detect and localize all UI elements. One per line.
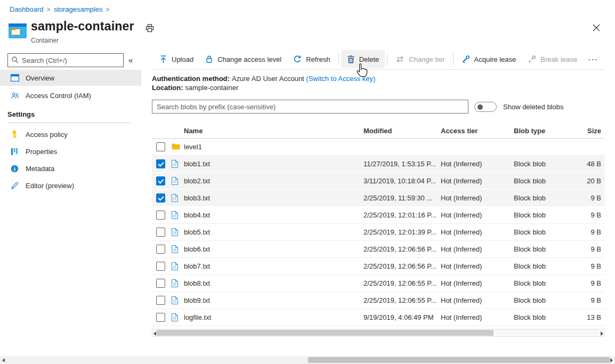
row-checkbox[interactable] — [156, 245, 165, 254]
sidebar-item-label: Access policy — [26, 131, 68, 139]
info-icon — [11, 165, 19, 173]
blob-name[interactable]: blob7.txt — [184, 262, 210, 270]
row-checkbox[interactable] — [156, 142, 165, 151]
settings-divider — [7, 123, 130, 123]
row-checkbox[interactable] — [156, 313, 165, 322]
table-row[interactable]: blob2.txt 3/11/2019, 10:18:04 P... Hot (… — [152, 173, 605, 190]
row-checkbox[interactable] — [156, 211, 165, 220]
table-row[interactable]: blob6.txt 2/25/2019, 12:06:56 P... Hot (… — [152, 241, 605, 258]
breadcrumb: Dashboard>storagesamples> — [10, 5, 112, 13]
more-commands-button[interactable]: ··· — [583, 55, 604, 63]
show-deleted-blobs-label: Show deleted blobs — [503, 103, 563, 111]
show-deleted-blobs-toggle[interactable] — [474, 102, 497, 112]
change-access-level-button[interactable]: Change access level — [199, 50, 287, 68]
trash-icon — [347, 55, 355, 63]
sidebar-item-label: Access Control (IAM) — [26, 92, 91, 100]
sidebar-item-access-policy[interactable]: Access policy — [0, 126, 141, 142]
blob-name[interactable]: blob1.txt — [184, 160, 210, 168]
row-checkbox[interactable] — [156, 176, 165, 185]
col-blob-type[interactable]: Blob type — [514, 127, 545, 135]
blob-prefix-search-input[interactable] — [152, 100, 468, 114]
key-icon — [11, 130, 19, 139]
col-size[interactable]: Size — [587, 127, 601, 135]
blob-name[interactable]: blob5.txt — [184, 228, 210, 236]
table-row[interactable]: blob1.txt 11/27/2019, 1:53:15 P... Hot (… — [152, 156, 605, 173]
pin-icon[interactable] — [145, 23, 155, 33]
scroll-left-arrow[interactable] — [153, 331, 156, 336]
file-icon — [172, 177, 178, 185]
sidebar-search[interactable] — [7, 53, 124, 67]
scroll-left-arrow[interactable] — [2, 358, 5, 362]
blob-name[interactable]: blob4.txt — [184, 211, 210, 219]
change-tier-button[interactable]: Change tier — [390, 50, 450, 68]
file-icon — [172, 313, 178, 321]
row-checkbox[interactable] — [156, 296, 165, 305]
page-title: sample-container — [31, 19, 134, 34]
scroll-right-arrow[interactable] — [601, 331, 603, 336]
blob-name[interactable]: blob9.txt — [184, 296, 210, 304]
col-name[interactable]: Name — [184, 127, 203, 135]
break-lease-button[interactable]: Break lease — [522, 50, 583, 68]
toolbar-separator — [453, 53, 454, 65]
people-icon — [11, 92, 19, 100]
table-horizontal-scrollbar[interactable] — [152, 329, 605, 337]
table-row[interactable]: logfile.txt 9/19/2019, 4:06:49 PM Hot (I… — [152, 309, 605, 326]
container-icon — [9, 23, 27, 38]
sidebar-item-editor[interactable]: Editor (preview) — [0, 177, 141, 193]
sidebar-item-metadata[interactable]: Metadata — [0, 160, 141, 176]
sidebar-item-properties[interactable]: Properties — [0, 143, 141, 159]
table-row[interactable]: blob9.txt 2/25/2019, 12:06:55 P... Hot (… — [152, 292, 605, 309]
delete-button[interactable]: Delete — [341, 50, 385, 68]
settings-group-header: Settings — [7, 110, 35, 118]
blob-name[interactable]: blob2.txt — [184, 177, 210, 185]
breadcrumb-storagesamples[interactable]: storagesamples — [54, 5, 103, 13]
scrollbar-thumb[interactable] — [157, 330, 493, 336]
sidebar-item-label: Editor (preview) — [26, 182, 74, 190]
sidebar-item-label: Properties — [26, 148, 57, 156]
file-icon — [172, 160, 178, 168]
refresh-button[interactable]: Refresh — [287, 50, 336, 68]
close-icon[interactable] — [592, 23, 601, 33]
sidebar-item-overview[interactable]: Overview — [0, 70, 141, 86]
location-line: Location:sample-container — [152, 84, 238, 92]
blob-name[interactable]: blob8.txt — [184, 279, 210, 287]
lock-icon — [205, 55, 213, 63]
upload-icon — [159, 55, 167, 63]
switch-to-access-key-link[interactable]: (Switch to Access key) — [306, 75, 375, 83]
breadcrumb-separator: > — [47, 6, 51, 13]
collapse-sidebar-button[interactable]: « — [128, 55, 133, 64]
scrollbar-thumb[interactable] — [308, 357, 610, 363]
file-icon — [172, 279, 178, 287]
blob-name[interactable]: blob6.txt — [184, 245, 210, 253]
breadcrumb-dashboard[interactable]: Dashboard — [10, 5, 44, 13]
upload-button[interactable]: Upload — [153, 50, 199, 68]
blob-name[interactable]: blob3.txt — [184, 194, 210, 202]
table-row[interactable]: blob7.txt 2/25/2019, 12:06:56 P... Hot (… — [152, 258, 605, 275]
search-icon — [11, 56, 19, 65]
blob-name[interactable]: level1 — [184, 143, 202, 151]
sidebar-item-access-control[interactable]: Access Control (IAM) — [0, 87, 141, 103]
acquire-lease-button[interactable]: Acquire lease — [456, 50, 522, 68]
table-row[interactable]: blob8.txt 2/25/2019, 12:06:55 P... Hot (… — [152, 275, 605, 292]
sidebar-search-input[interactable] — [22, 56, 120, 64]
col-access-tier[interactable]: Access tier — [441, 127, 478, 135]
toolbar-divider — [152, 69, 605, 70]
table-row[interactable]: blob3.txt 2/25/2019, 11:59:30 ... Hot (I… — [152, 190, 605, 207]
row-checkbox[interactable] — [156, 193, 165, 203]
scroll-right-arrow[interactable] — [610, 358, 613, 362]
table-row[interactable]: blob5.txt 2/25/2019, 12:01:39 P... Hot (… — [152, 224, 605, 241]
row-checkbox[interactable] — [156, 228, 165, 237]
table-row[interactable]: level1 — [152, 139, 605, 156]
row-checkbox[interactable] — [156, 159, 165, 168]
row-checkbox[interactable] — [156, 279, 165, 288]
row-checkbox[interactable] — [156, 262, 165, 271]
blob-name[interactable]: logfile.txt — [184, 313, 211, 321]
file-icon — [172, 296, 178, 304]
file-icon — [172, 245, 178, 253]
page-horizontal-scrollbar[interactable] — [0, 356, 615, 364]
table-row[interactable]: blob4.txt 2/25/2019, 12:01:16 P... Hot (… — [152, 207, 605, 224]
file-icon — [172, 211, 178, 219]
col-modified[interactable]: Modified — [363, 127, 392, 135]
authentication-method-line: Authentication method:Azure AD User Acco… — [152, 75, 375, 83]
toolbar-separator — [387, 53, 387, 65]
